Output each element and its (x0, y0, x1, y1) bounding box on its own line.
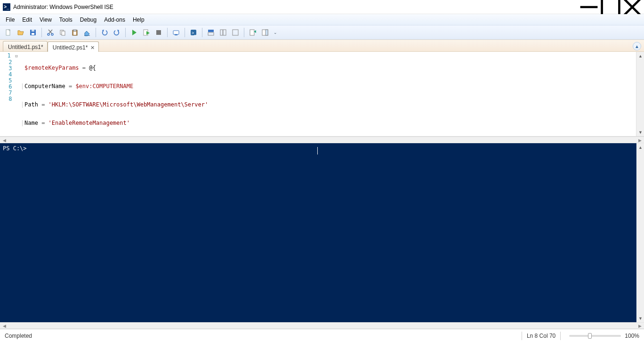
minimize-button[interactable] (578, 0, 600, 14)
toolbar-separator (167, 28, 168, 37)
redo-button[interactable] (111, 27, 122, 38)
svg-rect-17 (73, 30, 76, 31)
app-icon: >_ (3, 3, 10, 11)
scroll-right-icon[interactable]: ▶ (636, 323, 643, 329)
zoom-slider[interactable] (569, 335, 621, 337)
cursor-position: Ln 8 Col 70 (527, 333, 555, 339)
svg-rect-39 (266, 30, 268, 35)
line-gutter: 1 ⊟ 2 3 4 5 6 7 8 (0, 52, 22, 136)
svg-line-12 (49, 30, 52, 33)
toolbar-separator (96, 28, 96, 37)
scroll-up-icon[interactable]: ▲ (636, 143, 644, 151)
svg-rect-1 (602, 0, 620, 16)
toolbar-separator (41, 28, 42, 37)
scroll-left-icon[interactable]: ◀ (1, 137, 8, 144)
svg-rect-34 (223, 30, 226, 35)
close-tab-icon[interactable]: ✕ (90, 45, 95, 51)
new-file-button[interactable] (3, 27, 14, 38)
svg-point-10 (48, 33, 49, 35)
editor-h-scroll[interactable]: ◀ ▶ (0, 137, 644, 143)
code-area[interactable]: $remoteKeyParams = @{ ComputerName = $en… (22, 52, 636, 136)
text-cursor-icon (317, 147, 318, 155)
svg-marker-23 (132, 30, 137, 35)
editor-scrollbar[interactable]: ▲ ▼ (636, 52, 644, 136)
scroll-left-icon[interactable]: ◀ (1, 323, 8, 329)
svg-rect-18 (73, 32, 76, 35)
toolbar-separator (185, 28, 185, 37)
scroll-up-icon[interactable]: ▲ (636, 52, 644, 60)
console-h-scroll[interactable]: ◀ ▶ (0, 322, 644, 329)
svg-rect-27 (173, 31, 179, 34)
tab-untitled1[interactable]: Untitled1.ps1* (3, 41, 48, 51)
svg-rect-32 (208, 33, 214, 35)
stop-button[interactable] (153, 27, 164, 38)
menubar: File Edit View Tools Debug Add-ons Help (0, 14, 644, 25)
scroll-down-icon[interactable]: ▼ (636, 314, 644, 322)
svg-marker-19 (85, 31, 89, 36)
start-powershell-button[interactable]: >_ (188, 27, 199, 38)
toolbar-separator (244, 28, 244, 37)
menu-tools[interactable]: Tools (56, 15, 76, 24)
menu-debug[interactable]: Debug (76, 15, 100, 24)
toolbar: >_ ⌄ (0, 25, 644, 40)
menu-help[interactable]: Help (129, 15, 148, 24)
console-scrollbar[interactable]: ▲ ▼ (636, 143, 644, 322)
new-remote-tab-button[interactable] (170, 27, 182, 38)
svg-rect-31 (208, 30, 214, 32)
show-command-button[interactable] (247, 27, 258, 38)
svg-rect-26 (156, 30, 161, 35)
svg-rect-35 (233, 30, 238, 35)
menu-view[interactable]: View (36, 15, 56, 24)
undo-button[interactable] (99, 27, 110, 38)
clear-button[interactable] (81, 27, 93, 38)
toolbar-overflow-icon[interactable]: ⌄ (272, 30, 279, 35)
scroll-right-icon[interactable]: ▶ (636, 137, 643, 144)
menu-edit[interactable]: Edit (18, 15, 36, 24)
svg-rect-15 (62, 31, 65, 35)
svg-marker-6 (18, 31, 24, 35)
copy-button[interactable] (57, 27, 68, 38)
maximize-button[interactable] (600, 0, 621, 14)
statusbar: Completed Ln 8 Col 70 100% (0, 329, 644, 342)
console-prompt: PS C:\> (3, 145, 27, 152)
tab-row: Untitled1.ps1* Untitled2.ps1* ✕ ▲ (0, 40, 644, 52)
window-title: Administrator: Windows PowerShell ISE (13, 4, 113, 10)
tab-label: Untitled2.ps1* (53, 44, 88, 51)
menu-addons[interactable]: Add-ons (100, 15, 129, 24)
svg-rect-9 (32, 30, 34, 32)
close-button[interactable] (621, 0, 643, 14)
svg-rect-33 (220, 30, 223, 35)
run-script-button[interactable] (129, 27, 140, 38)
run-selection-button[interactable] (141, 27, 152, 38)
zoom-thumb[interactable] (588, 333, 592, 339)
scroll-down-icon[interactable]: ▼ (636, 128, 644, 136)
svg-text:>_: >_ (192, 31, 197, 35)
toolbar-separator (125, 28, 126, 37)
tab-untitled2[interactable]: Untitled2.ps1* ✕ (48, 41, 99, 52)
open-file-button[interactable] (15, 27, 26, 38)
show-script-top-button[interactable] (205, 27, 217, 38)
paste-button[interactable] (69, 27, 80, 38)
svg-rect-36 (250, 30, 254, 35)
cut-button[interactable] (45, 27, 56, 38)
svg-rect-20 (84, 35, 90, 36)
console[interactable]: PS C:\> (0, 143, 636, 322)
svg-rect-28 (175, 34, 177, 35)
toolbar-separator (202, 28, 202, 37)
script-editor[interactable]: 1 ⊟ 2 3 4 5 6 7 8 $remoteKeyParams = @{ … (0, 52, 644, 137)
status-text: Completed (5, 333, 32, 339)
menu-file[interactable]: File (2, 15, 18, 24)
svg-point-11 (51, 33, 53, 35)
save-button[interactable] (27, 27, 39, 38)
svg-rect-8 (32, 33, 34, 35)
show-script-max-button[interactable] (230, 27, 241, 38)
console-pane: PS C:\> ▲ ▼ (0, 143, 644, 322)
tab-label: Untitled1.ps1* (8, 44, 43, 50)
zoom-level: 100% (625, 333, 639, 339)
expand-script-pane-button[interactable]: ▲ (633, 42, 641, 50)
svg-line-13 (48, 30, 52, 33)
show-command-addon-button[interactable] (259, 27, 271, 38)
show-script-right-button[interactable] (217, 27, 229, 38)
titlebar: >_ Administrator: Windows PowerShell ISE (0, 0, 644, 14)
